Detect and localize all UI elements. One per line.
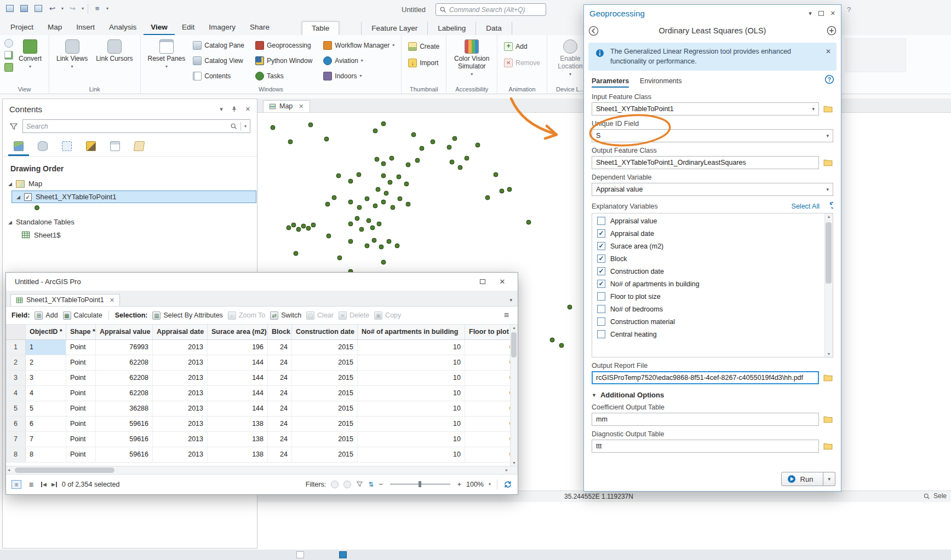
cell[interactable]: 2015 (292, 371, 358, 385)
project-icon[interactable] (4, 3, 15, 14)
cell[interactable]: 2013 (153, 355, 208, 370)
indoors-button[interactable]: Indoors▾ (321, 70, 397, 83)
additional-options-expander[interactable]: ▼ Additional Options (592, 391, 833, 399)
dependent-variable-combo[interactable]: Appraisal value ▾ (592, 183, 833, 196)
zoom-slider-thumb[interactable] (419, 481, 421, 487)
explanatory-option[interactable]: ✓No# of apartments in building (593, 278, 823, 290)
cell[interactable]: Point (66, 355, 96, 370)
cell[interactable]: 138 (208, 417, 268, 431)
refresh-icon[interactable] (503, 480, 512, 489)
ribbon-tab-table[interactable]: Table (302, 22, 339, 35)
explanatory-option[interactable]: ✓Appraisal date (593, 227, 823, 240)
row-selector[interactable]: 2 (6, 355, 26, 370)
aviation-button[interactable]: Aviation▾ (321, 54, 397, 67)
checkbox[interactable] (597, 305, 605, 313)
cell[interactable]: 2013 (153, 371, 208, 385)
run-button[interactable]: Run (781, 472, 824, 486)
cell[interactable]: 7 (26, 432, 66, 447)
explanatory-option[interactable]: ✓Block (593, 252, 823, 265)
expand-icon[interactable]: ◢ (8, 220, 12, 225)
zoom-out-icon[interactable]: − (379, 481, 382, 488)
cell[interactable]: Point (66, 371, 96, 385)
cell[interactable]: 2015 (292, 355, 358, 370)
row-selector[interactable]: 6 (6, 417, 26, 431)
ribbon-tab-analysis[interactable]: Analysis (102, 21, 144, 35)
form-view-toggle[interactable]: ≣ (26, 480, 36, 489)
chevron-down-icon[interactable]: ▾ (509, 297, 512, 303)
checkbox[interactable]: ✓ (597, 255, 605, 263)
close-icon[interactable]: ✕ (299, 103, 303, 110)
remove-animation-button[interactable]: ✕Remove (502, 56, 542, 70)
ribbon-tab-view[interactable]: View (144, 21, 175, 35)
cell[interactable]: 24 (268, 432, 292, 447)
add-animation-button[interactable]: +Add (502, 40, 542, 53)
cell[interactable]: 2013 (153, 432, 208, 447)
cell[interactable]: 10 (358, 340, 465, 355)
cell[interactable]: 10 (358, 401, 465, 416)
save-as-icon[interactable] (33, 3, 43, 14)
table-row[interactable]: 55Point362882013144242015100 (6, 401, 518, 417)
python-window-button[interactable]: Python Window (253, 54, 314, 67)
tab-list-by-labeling[interactable] (129, 138, 150, 156)
explanatory-option[interactable]: Floor to plot size (593, 290, 823, 303)
cell[interactable]: 2013 (153, 340, 208, 355)
command-search-box[interactable] (436, 3, 546, 16)
cell[interactable]: 62208 (96, 355, 153, 370)
table-row[interactable]: 44Point622082013144242015100 (6, 386, 518, 401)
column-header[interactable]: Surace area (m2) (208, 325, 268, 339)
ribbon-tab-share[interactable]: Share (243, 21, 277, 35)
maximize-button[interactable] (473, 278, 492, 286)
menu-icon[interactable]: ≡ (504, 310, 512, 320)
search-icon[interactable] (923, 493, 930, 500)
calculate-field-button[interactable]: ▦Calculate (63, 311, 102, 320)
close-icon[interactable]: ✕ (110, 297, 114, 304)
cell[interactable]: 138 (208, 432, 268, 447)
cell[interactable]: 144 (208, 371, 268, 385)
add-to-model-icon[interactable] (819, 26, 837, 36)
select-by-attributes-button[interactable]: ▥Select By Attributes (152, 311, 222, 320)
close-icon[interactable]: ✕ (826, 47, 831, 56)
filter-selection-icon[interactable] (356, 481, 363, 488)
cell[interactable]: 144 (208, 401, 268, 416)
column-header[interactable]: No# of apartments in building (358, 325, 465, 339)
table-tab[interactable]: Sheet1_XYTableToPoint1 ✕ (10, 294, 120, 306)
cell[interactable]: 5 (26, 401, 66, 416)
create-thumbnail-button[interactable]: Create (406, 40, 442, 53)
explanatory-option[interactable]: ✓Surace area (m2) (593, 240, 823, 252)
convert-button[interactable]: Convert ▾ (16, 38, 44, 71)
contents-search-box[interactable]: ▾ (22, 119, 250, 133)
link-cursors-button[interactable]: Link Cursors (93, 38, 135, 65)
cell[interactable]: Point (66, 417, 96, 431)
checkbox[interactable]: ✓ (597, 280, 605, 288)
explanatory-option[interactable]: Construction material (593, 315, 823, 328)
column-header[interactable]: Appraisal date (153, 325, 208, 339)
layer-visibility-checkbox[interactable]: ✓ (24, 193, 32, 201)
copy-button[interactable]: ▣Copy (374, 311, 401, 320)
checkbox[interactable]: ✓ (597, 267, 605, 275)
reset-panes-button[interactable]: Reset Panes ▾ (145, 38, 188, 71)
chevron-down-icon[interactable]: ▾ (809, 10, 812, 17)
table-row[interactable]: 22Point622082013144242015100 (6, 355, 518, 371)
cell[interactable]: 24 (268, 417, 292, 431)
add-field-button[interactable]: ⊞Add (35, 311, 58, 320)
checkbox[interactable] (597, 330, 605, 338)
table-row[interactable]: 11Point769932013196242015100 (6, 340, 518, 355)
checkbox[interactable] (597, 217, 605, 225)
cell[interactable]: 59616 (96, 447, 153, 462)
browse-folder-icon[interactable] (823, 373, 833, 383)
save-project-icon[interactable] (19, 3, 29, 14)
cell[interactable]: 4 (26, 386, 66, 401)
clear-selection-button[interactable]: ▢Clear (306, 311, 334, 320)
tree-item-standalone-tables[interactable]: ◢ Standalone Tables (3, 216, 257, 228)
tab-parameters[interactable]: Parameters (592, 77, 629, 88)
output-feature-class-input[interactable]: Sheet1_XYTableToPoint1_OrdinaryLeastSqua… (592, 156, 819, 169)
cell[interactable]: 76993 (96, 340, 153, 355)
customize-dropdown-icon[interactable]: ▾ (106, 6, 108, 11)
cell[interactable]: 62208 (96, 371, 153, 385)
geoprocessing-button[interactable]: Geoprocessing (253, 39, 314, 52)
cell[interactable]: 10 (358, 432, 465, 447)
table-row[interactable]: 77Point596162013138242015100 (6, 432, 518, 447)
tab-list-by-data-source[interactable] (32, 138, 53, 156)
coefficient-output-table-input[interactable]: mm (592, 413, 819, 426)
tab-environments[interactable]: Environments (640, 77, 681, 88)
